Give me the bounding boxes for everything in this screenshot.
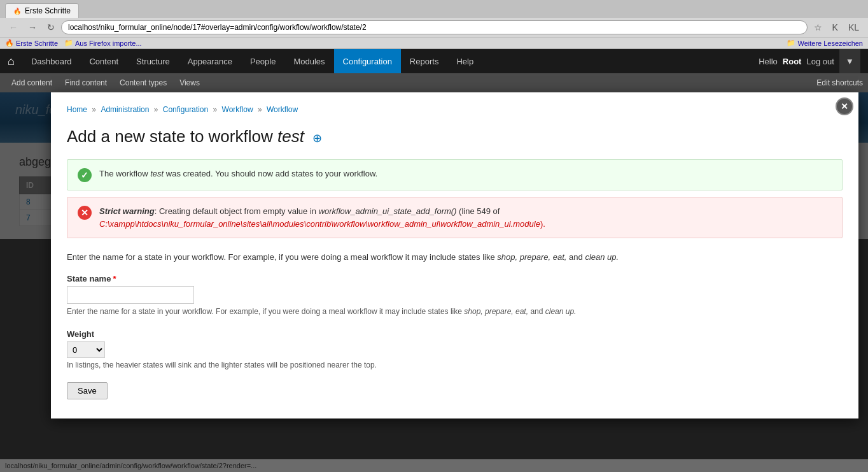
edit-shortcuts-link[interactable]: Edit shortcuts xyxy=(816,78,863,87)
bookmark-more[interactable]: 📁 Weitere Lesezeichen xyxy=(787,39,863,47)
kl-button[interactable]: KL xyxy=(844,21,863,34)
hello-text: Hello xyxy=(759,57,778,66)
logout-link[interactable]: Log out xyxy=(806,57,834,66)
secondary-nav-views[interactable]: Views xyxy=(173,73,206,92)
secondary-nav-add-content[interactable]: Add content xyxy=(5,73,59,92)
breadcrumb-sep1: » xyxy=(92,105,98,114)
bookmark-firefox-label: Aus Firefox importe... xyxy=(75,39,142,47)
bookmark-more-label: Weitere Lesezeichen xyxy=(797,39,863,47)
state-name-hint: Enter the name for a state in your workf… xyxy=(67,306,843,317)
browser-navigation: ← → ↻ ☆ K KL xyxy=(0,18,868,37)
breadcrumb-configuration[interactable]: Configuration xyxy=(163,105,208,114)
reload-button[interactable]: ↻ xyxy=(43,21,59,34)
breadcrumb-sep3: » xyxy=(213,105,220,114)
error-alert: ✕ Strict warning: Creating default objec… xyxy=(67,197,843,238)
weight-select[interactable]: 0 -10 -9 -8 -7 -6 -5 -4 -3 -2 -1 1 2 3 xyxy=(67,341,105,358)
workflow-name: test xyxy=(277,127,304,146)
secondary-navigation: Add content Find content Content types V… xyxy=(0,73,868,92)
modal-dialog: ✕ Home » Administration » Configuration … xyxy=(51,92,858,418)
bookmark-folder-icon: 📁 xyxy=(64,39,73,47)
page-title-text: Add a new state to workflow xyxy=(67,127,273,146)
address-bar[interactable] xyxy=(61,20,808,34)
bookmark-icon: 🔥 xyxy=(5,39,14,47)
nav-item-modules[interactable]: Modules xyxy=(284,49,333,73)
star-button[interactable]: ☆ xyxy=(810,21,826,34)
bookmark-more-icon: 📁 xyxy=(787,39,795,47)
browser-tab-active[interactable]: 🔥 Erste Schritte xyxy=(5,3,79,18)
state-name-label: State name* xyxy=(67,274,843,283)
breadcrumb-administration[interactable]: Administration xyxy=(101,105,149,114)
breadcrumb-home[interactable]: Home xyxy=(67,105,87,114)
nav-item-dashboard[interactable]: Dashboard xyxy=(22,49,81,73)
forward-button[interactable]: → xyxy=(24,21,41,34)
required-marker: * xyxy=(113,274,116,283)
tab-favicon: 🔥 xyxy=(13,8,21,15)
state-name-field-group: State name* Enter the name for a state i… xyxy=(67,274,843,317)
secondary-nav-find-content[interactable]: Find content xyxy=(59,73,113,92)
weight-hint: In listings, the heavier states will sin… xyxy=(67,361,843,369)
error-message: Strict warning: Creating default object … xyxy=(99,205,545,230)
breadcrumb-workflow[interactable]: Workflow xyxy=(222,105,253,114)
breadcrumb-sep2: » xyxy=(154,105,160,114)
page-title: Add a new state to workflow test ⊕ xyxy=(67,127,843,147)
browser-chrome: 🔥 Erste Schritte ← → ↻ ☆ K KL 🔥 Erste Sc… xyxy=(0,0,868,49)
admin-nav-expand-button[interactable]: ▼ xyxy=(839,49,860,73)
admin-nav-right: Hello Root Log out ▼ xyxy=(751,49,868,73)
add-icon[interactable]: ⊕ xyxy=(312,132,322,145)
form-description: Enter the name for a state in your workf… xyxy=(67,251,843,264)
weight-field-group: Weight 0 -10 -9 -8 -7 -6 -5 -4 -3 -2 -1 xyxy=(67,329,843,369)
save-button[interactable]: Save xyxy=(67,382,108,399)
nav-item-content[interactable]: Content xyxy=(80,49,127,73)
modal-content-area: Home » Administration » Configuration » … xyxy=(51,92,858,418)
modal-close-button[interactable]: ✕ xyxy=(836,97,853,115)
bookmark-label: Erste Schritte xyxy=(16,39,58,47)
state-name-input[interactable] xyxy=(67,286,194,304)
admin-home-icon[interactable]: ⌂ xyxy=(0,49,22,73)
weight-label: Weight xyxy=(67,329,843,339)
error-icon: ✕ xyxy=(78,206,92,220)
bookmark-erste-schritte[interactable]: 🔥 Erste Schritte xyxy=(5,39,58,47)
kaspersky-button[interactable]: K xyxy=(829,21,842,34)
tab-label: Erste Schritte xyxy=(25,6,71,15)
bookmark-firefox[interactable]: 📁 Aus Firefox importe... xyxy=(64,39,142,47)
breadcrumb: Home » Administration » Configuration » … xyxy=(67,105,843,114)
success-icon: ✓ xyxy=(78,168,92,182)
nav-item-people[interactable]: People xyxy=(241,49,284,73)
success-alert: ✓ The workflow test was created. You sho… xyxy=(67,159,843,190)
nav-item-help[interactable]: Help xyxy=(447,49,482,73)
nav-item-configuration[interactable]: Configuration xyxy=(334,49,401,73)
browser-tabs: 🔥 Erste Schritte xyxy=(0,0,868,18)
nav-item-structure[interactable]: Structure xyxy=(127,49,179,73)
admin-username: Root xyxy=(783,57,802,66)
admin-navigation-bar: ⌂ Dashboard Content Structure Appearance… xyxy=(0,49,868,73)
success-message: The workflow test was created. You shoul… xyxy=(99,168,377,180)
page-content-area: niku_formular_online My account | Log ou… xyxy=(0,92,868,472)
secondary-nav-content-types[interactable]: Content types xyxy=(113,73,173,92)
breadcrumb-sep4: » xyxy=(258,105,264,114)
nav-item-appearance[interactable]: Appearance xyxy=(179,49,241,73)
admin-nav-left: ⌂ Dashboard Content Structure Appearance… xyxy=(0,49,751,73)
back-button[interactable]: ← xyxy=(5,21,22,34)
weight-select-wrapper: 0 -10 -9 -8 -7 -6 -5 -4 -3 -2 -1 1 2 3 xyxy=(67,341,843,358)
browser-bookmarks: 🔥 Erste Schritte 📁 Aus Firefox importe..… xyxy=(0,37,868,48)
breadcrumb-workflow2[interactable]: Workflow xyxy=(267,105,298,114)
nav-item-reports[interactable]: Reports xyxy=(401,49,448,73)
